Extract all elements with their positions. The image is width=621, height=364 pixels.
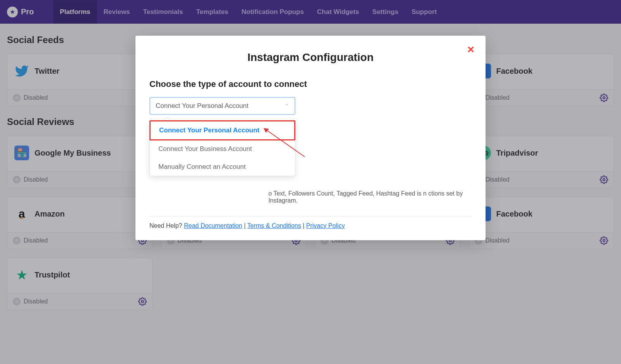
account-type-select[interactable]: Connect Your Personal Account ⌃ — [149, 97, 295, 115]
account-hint: o Text, Followers Count, Tagged Feed, Ha… — [149, 183, 472, 217]
link-read-docs[interactable]: Read Documentation — [184, 222, 242, 229]
account-type-dropdown: Connect Your Personal Account Connect Yo… — [149, 120, 295, 176]
link-privacy[interactable]: Privacy Policy — [306, 222, 345, 229]
dropdown-option-business[interactable]: Connect Your Business Account — [150, 140, 295, 158]
chevron-up-icon: ⌃ — [284, 103, 289, 109]
instagram-config-modal: ✕ Instagram Configuration Choose the typ… — [135, 36, 486, 240]
close-icon[interactable]: ✕ — [467, 44, 475, 55]
modal-overlay: ✕ Instagram Configuration Choose the typ… — [0, 0, 621, 364]
modal-title: Instagram Configuration — [149, 51, 472, 64]
select-value: Connect Your Personal Account — [156, 102, 248, 110]
dropdown-option-personal[interactable]: Connect Your Personal Account — [149, 120, 295, 140]
dropdown-option-manual[interactable]: Manually Connect an Account — [150, 158, 295, 176]
modal-subtitle: Choose the type of account to connect — [149, 79, 472, 89]
link-terms[interactable]: Terms & Conditions — [247, 222, 301, 229]
help-line: Need Help? Read Documentation | Terms & … — [149, 222, 472, 229]
